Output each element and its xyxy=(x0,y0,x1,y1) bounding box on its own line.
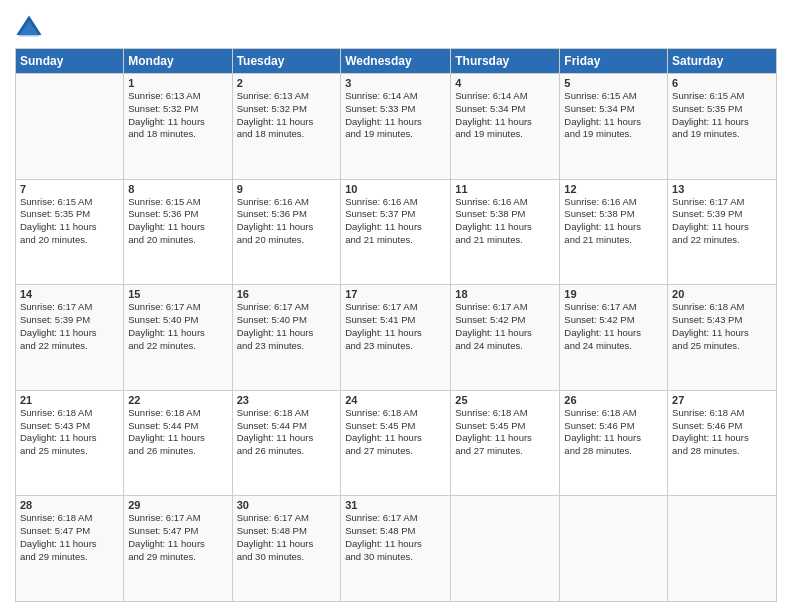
day-info: Sunrise: 6:17 AM Sunset: 5:48 PM Dayligh… xyxy=(237,512,337,563)
day-info: Sunrise: 6:16 AM Sunset: 5:37 PM Dayligh… xyxy=(345,196,446,247)
day-number: 15 xyxy=(128,288,227,300)
day-number: 24 xyxy=(345,394,446,406)
day-cell: 19Sunrise: 6:17 AM Sunset: 5:42 PM Dayli… xyxy=(560,285,668,391)
day-info: Sunrise: 6:17 AM Sunset: 5:41 PM Dayligh… xyxy=(345,301,446,352)
day-number: 20 xyxy=(672,288,772,300)
day-number: 7 xyxy=(20,183,119,195)
day-cell: 28Sunrise: 6:18 AM Sunset: 5:47 PM Dayli… xyxy=(16,496,124,602)
day-cell xyxy=(451,496,560,602)
day-cell: 9Sunrise: 6:16 AM Sunset: 5:36 PM Daylig… xyxy=(232,179,341,285)
week-row-5: 28Sunrise: 6:18 AM Sunset: 5:47 PM Dayli… xyxy=(16,496,777,602)
day-cell: 13Sunrise: 6:17 AM Sunset: 5:39 PM Dayli… xyxy=(668,179,777,285)
day-cell: 26Sunrise: 6:18 AM Sunset: 5:46 PM Dayli… xyxy=(560,390,668,496)
day-cell: 17Sunrise: 6:17 AM Sunset: 5:41 PM Dayli… xyxy=(341,285,451,391)
day-info: Sunrise: 6:18 AM Sunset: 5:46 PM Dayligh… xyxy=(564,407,663,458)
week-row-4: 21Sunrise: 6:18 AM Sunset: 5:43 PM Dayli… xyxy=(16,390,777,496)
day-info: Sunrise: 6:18 AM Sunset: 5:45 PM Dayligh… xyxy=(345,407,446,458)
page: SundayMondayTuesdayWednesdayThursdayFrid… xyxy=(0,0,792,612)
weekday-header-row: SundayMondayTuesdayWednesdayThursdayFrid… xyxy=(16,49,777,74)
day-cell: 21Sunrise: 6:18 AM Sunset: 5:43 PM Dayli… xyxy=(16,390,124,496)
day-cell: 24Sunrise: 6:18 AM Sunset: 5:45 PM Dayli… xyxy=(341,390,451,496)
day-number: 18 xyxy=(455,288,555,300)
day-cell: 16Sunrise: 6:17 AM Sunset: 5:40 PM Dayli… xyxy=(232,285,341,391)
day-number: 9 xyxy=(237,183,337,195)
logo-icon xyxy=(15,14,43,42)
day-number: 3 xyxy=(345,77,446,89)
day-cell: 3Sunrise: 6:14 AM Sunset: 5:33 PM Daylig… xyxy=(341,74,451,180)
day-info: Sunrise: 6:18 AM Sunset: 5:44 PM Dayligh… xyxy=(128,407,227,458)
day-number: 1 xyxy=(128,77,227,89)
weekday-header-monday: Monday xyxy=(124,49,232,74)
day-cell: 22Sunrise: 6:18 AM Sunset: 5:44 PM Dayli… xyxy=(124,390,232,496)
day-cell: 27Sunrise: 6:18 AM Sunset: 5:46 PM Dayli… xyxy=(668,390,777,496)
day-number: 16 xyxy=(237,288,337,300)
day-number: 5 xyxy=(564,77,663,89)
day-info: Sunrise: 6:17 AM Sunset: 5:39 PM Dayligh… xyxy=(672,196,772,247)
day-info: Sunrise: 6:18 AM Sunset: 5:47 PM Dayligh… xyxy=(20,512,119,563)
day-number: 11 xyxy=(455,183,555,195)
day-cell: 1Sunrise: 6:13 AM Sunset: 5:32 PM Daylig… xyxy=(124,74,232,180)
day-info: Sunrise: 6:17 AM Sunset: 5:42 PM Dayligh… xyxy=(564,301,663,352)
day-cell xyxy=(668,496,777,602)
day-number: 4 xyxy=(455,77,555,89)
day-cell: 8Sunrise: 6:15 AM Sunset: 5:36 PM Daylig… xyxy=(124,179,232,285)
weekday-header-sunday: Sunday xyxy=(16,49,124,74)
day-number: 21 xyxy=(20,394,119,406)
day-cell: 12Sunrise: 6:16 AM Sunset: 5:38 PM Dayli… xyxy=(560,179,668,285)
day-cell: 30Sunrise: 6:17 AM Sunset: 5:48 PM Dayli… xyxy=(232,496,341,602)
day-cell: 4Sunrise: 6:14 AM Sunset: 5:34 PM Daylig… xyxy=(451,74,560,180)
weekday-header-friday: Friday xyxy=(560,49,668,74)
day-number: 12 xyxy=(564,183,663,195)
day-number: 29 xyxy=(128,499,227,511)
day-info: Sunrise: 6:17 AM Sunset: 5:47 PM Dayligh… xyxy=(128,512,227,563)
day-number: 19 xyxy=(564,288,663,300)
day-info: Sunrise: 6:15 AM Sunset: 5:35 PM Dayligh… xyxy=(20,196,119,247)
day-cell: 11Sunrise: 6:16 AM Sunset: 5:38 PM Dayli… xyxy=(451,179,560,285)
day-number: 13 xyxy=(672,183,772,195)
day-number: 2 xyxy=(237,77,337,89)
day-info: Sunrise: 6:14 AM Sunset: 5:33 PM Dayligh… xyxy=(345,90,446,141)
day-cell: 25Sunrise: 6:18 AM Sunset: 5:45 PM Dayli… xyxy=(451,390,560,496)
day-number: 23 xyxy=(237,394,337,406)
weekday-header-tuesday: Tuesday xyxy=(232,49,341,74)
day-info: Sunrise: 6:16 AM Sunset: 5:38 PM Dayligh… xyxy=(455,196,555,247)
day-info: Sunrise: 6:15 AM Sunset: 5:35 PM Dayligh… xyxy=(672,90,772,141)
weekday-header-wednesday: Wednesday xyxy=(341,49,451,74)
logo xyxy=(15,14,45,42)
day-number: 22 xyxy=(128,394,227,406)
day-info: Sunrise: 6:17 AM Sunset: 5:48 PM Dayligh… xyxy=(345,512,446,563)
day-number: 26 xyxy=(564,394,663,406)
day-number: 10 xyxy=(345,183,446,195)
week-row-3: 14Sunrise: 6:17 AM Sunset: 5:39 PM Dayli… xyxy=(16,285,777,391)
day-info: Sunrise: 6:15 AM Sunset: 5:36 PM Dayligh… xyxy=(128,196,227,247)
day-info: Sunrise: 6:16 AM Sunset: 5:36 PM Dayligh… xyxy=(237,196,337,247)
day-number: 25 xyxy=(455,394,555,406)
day-cell: 10Sunrise: 6:16 AM Sunset: 5:37 PM Dayli… xyxy=(341,179,451,285)
day-cell: 20Sunrise: 6:18 AM Sunset: 5:43 PM Dayli… xyxy=(668,285,777,391)
day-cell: 18Sunrise: 6:17 AM Sunset: 5:42 PM Dayli… xyxy=(451,285,560,391)
day-info: Sunrise: 6:13 AM Sunset: 5:32 PM Dayligh… xyxy=(128,90,227,141)
day-info: Sunrise: 6:18 AM Sunset: 5:44 PM Dayligh… xyxy=(237,407,337,458)
day-cell: 6Sunrise: 6:15 AM Sunset: 5:35 PM Daylig… xyxy=(668,74,777,180)
day-cell xyxy=(560,496,668,602)
day-info: Sunrise: 6:17 AM Sunset: 5:42 PM Dayligh… xyxy=(455,301,555,352)
day-info: Sunrise: 6:18 AM Sunset: 5:43 PM Dayligh… xyxy=(20,407,119,458)
weekday-header-saturday: Saturday xyxy=(668,49,777,74)
day-info: Sunrise: 6:17 AM Sunset: 5:39 PM Dayligh… xyxy=(20,301,119,352)
day-number: 17 xyxy=(345,288,446,300)
day-cell: 5Sunrise: 6:15 AM Sunset: 5:34 PM Daylig… xyxy=(560,74,668,180)
day-cell: 31Sunrise: 6:17 AM Sunset: 5:48 PM Dayli… xyxy=(341,496,451,602)
day-cell: 14Sunrise: 6:17 AM Sunset: 5:39 PM Dayli… xyxy=(16,285,124,391)
day-info: Sunrise: 6:18 AM Sunset: 5:46 PM Dayligh… xyxy=(672,407,772,458)
day-cell: 7Sunrise: 6:15 AM Sunset: 5:35 PM Daylig… xyxy=(16,179,124,285)
day-number: 8 xyxy=(128,183,227,195)
day-number: 28 xyxy=(20,499,119,511)
day-info: Sunrise: 6:14 AM Sunset: 5:34 PM Dayligh… xyxy=(455,90,555,141)
header xyxy=(15,10,777,42)
day-info: Sunrise: 6:18 AM Sunset: 5:45 PM Dayligh… xyxy=(455,407,555,458)
day-cell xyxy=(16,74,124,180)
week-row-2: 7Sunrise: 6:15 AM Sunset: 5:35 PM Daylig… xyxy=(16,179,777,285)
day-info: Sunrise: 6:13 AM Sunset: 5:32 PM Dayligh… xyxy=(237,90,337,141)
day-info: Sunrise: 6:17 AM Sunset: 5:40 PM Dayligh… xyxy=(128,301,227,352)
day-cell: 2Sunrise: 6:13 AM Sunset: 5:32 PM Daylig… xyxy=(232,74,341,180)
